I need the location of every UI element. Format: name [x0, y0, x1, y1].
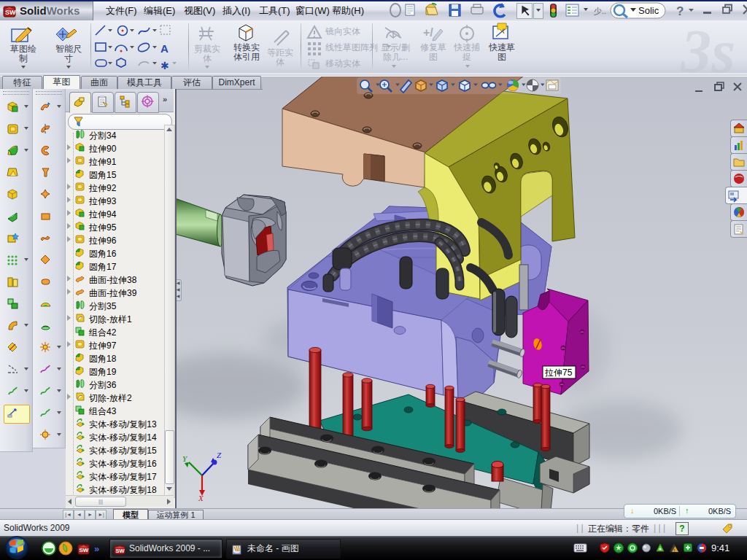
svg-text:SW: SW	[80, 547, 89, 553]
svg-text:Solic: Solic	[638, 5, 659, 16]
svg-text:Z: Z	[217, 451, 222, 459]
svg-text:SW: SW	[116, 548, 125, 554]
svg-text:A: A	[160, 42, 169, 55]
svg-text:X: X	[198, 494, 204, 502]
svg-text:»: »	[94, 543, 99, 554]
svg-text:拉伸75: 拉伸75	[544, 368, 573, 378]
svg-text:+/: +/	[423, 26, 433, 39]
svg-text:✱: ✱	[160, 60, 169, 71]
svg-text:SW: SW	[5, 9, 16, 16]
svg-text:少..: 少..	[594, 7, 606, 15]
